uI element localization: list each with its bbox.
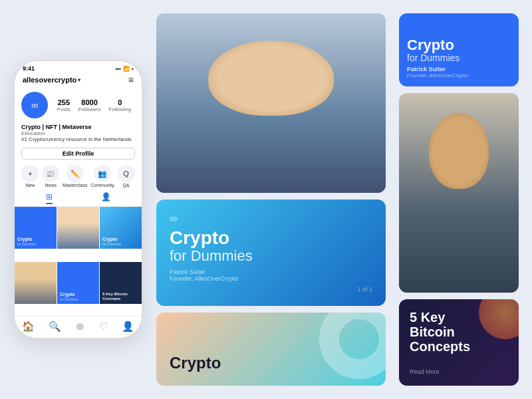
wifi-icon: 📶	[123, 66, 130, 72]
action-qa[interactable]: Q Q&	[118, 165, 135, 188]
grid-cell-crypto-dummies-3[interactable]: Crypto for Dummies	[57, 262, 99, 304]
instagram-phone: 9:41 ▪▪▪ 📶 ▪ allesovercrypto ▾ ≡ ∞ 255	[13, 60, 143, 339]
news-label: News	[45, 183, 57, 188]
bio-name: Crypto | NFT | Metaverse	[21, 124, 135, 130]
qa-icon: Q	[118, 165, 135, 182]
grid-toggle: ⊞ 👤	[15, 190, 142, 207]
crypto-logo-icon: ∞	[170, 213, 372, 225]
nav-profile-icon[interactable]: 👤	[122, 321, 134, 332]
grid-crypto-sub-2: for Dummies	[102, 242, 139, 246]
grid-cell-asian-photo[interactable]	[15, 262, 57, 304]
time-display: 9:41	[23, 65, 35, 72]
profile-header: allesovercrypto ▾ ≡	[15, 73, 142, 88]
nav-heart-icon[interactable]: ♡	[99, 321, 108, 332]
profile-bio: Crypto | NFT | Metaverse Education #1 Cr…	[15, 122, 142, 145]
crypto-author-block: Patrick Suiter Founder, AllesOverCrypto	[170, 269, 372, 282]
photo-grid: Crypto for Dummies Crypto for Dummies Cr…	[15, 207, 142, 316]
bitcoin-card[interactable]: 5 Key Bitcoin Concepts Read More	[399, 299, 519, 386]
blue-crypto-card[interactable]: Crypto for Dummies Patrick Suiter Founde…	[399, 13, 519, 86]
action-icons-row: + New 📰 News ✏️ Masterclass 👥 Community …	[15, 162, 142, 190]
chevron-down-icon: ▾	[78, 77, 80, 83]
new-icon: +	[21, 165, 39, 182]
bio-description: #1 Cryptocurrency resource in the Nether…	[21, 136, 135, 142]
following-count: 0	[118, 98, 122, 106]
bearded-man-card	[156, 13, 386, 193]
list-view-icon[interactable]: 👤	[101, 192, 111, 204]
nav-search-icon[interactable]: 🔍	[49, 321, 61, 332]
middle-column: ∞ Crypto for Dummies Patrick Suiter Foun…	[156, 13, 386, 386]
phone-nav-bar: 🏠 🔍 ⊕ ♡ 👤	[15, 316, 142, 338]
read-more-link[interactable]: Read More	[410, 368, 508, 375]
grid-crypto-title-3: Crypto	[60, 292, 96, 297]
news-icon: 📰	[42, 165, 59, 182]
grid-cell-crypto-dummies-2[interactable]: Crypto for Dummies	[100, 207, 142, 249]
profile-section: ∞ 255 Posts 8000 Followers 0 Following	[15, 88, 142, 122]
blue-author-name: Patrick Suiter	[407, 66, 511, 72]
hamburger-icon[interactable]: ≡	[128, 74, 134, 85]
following-label: Following	[108, 106, 131, 112]
nav-add-icon[interactable]: ⊕	[76, 321, 84, 332]
masterclass-icon: ✏️	[66, 165, 84, 182]
bearded-person-image	[57, 207, 99, 249]
grid-view-icon[interactable]: ⊞	[46, 192, 53, 204]
blue-crypto-subtitle: for Dummies	[407, 53, 511, 63]
username-text: allesovercrypto	[23, 76, 76, 84]
action-masterclass[interactable]: ✏️ Masterclass	[63, 165, 87, 188]
crypto-title: Crypto	[170, 229, 372, 247]
asian-person-image	[15, 262, 57, 304]
crypto-dummies-card[interactable]: ∞ Crypto for Dummies Patrick Suiter Foun…	[156, 200, 386, 306]
crypto-text-block: Crypto for Dummies	[170, 229, 372, 265]
status-icons: ▪▪▪ 📶 ▪	[116, 66, 134, 72]
grid-cell-bitcoin[interactable]: 5 Key Bitcoin Concepts	[100, 262, 142, 304]
blue-author-role: Founder, AllesOverCrypto	[407, 72, 511, 78]
bio-category: Education	[21, 130, 135, 136]
asian-man-photo	[399, 93, 519, 293]
stats-row: 255 Posts 8000 Followers 0 Following	[53, 98, 135, 112]
qa-label: Q&	[122, 183, 129, 188]
new-label: New	[25, 183, 35, 188]
bitcoin-title: 5 Key Bitcoin Concepts	[410, 310, 508, 354]
action-community[interactable]: 👥 Community	[90, 165, 114, 188]
right-column: Crypto for Dummies Patrick Suiter Founde…	[399, 13, 519, 386]
grid-cell-crypto-dummies-1[interactable]: Crypto for Dummies	[15, 207, 57, 249]
followers-count: 8000	[81, 98, 97, 106]
action-news[interactable]: 📰 News	[42, 165, 59, 188]
action-new[interactable]: + New	[21, 165, 39, 188]
grid-bitcoin-title: 5 Key Bitcoin Concepts	[102, 292, 139, 301]
posts-label: Posts	[57, 106, 70, 112]
crypto-bottom-card[interactable]: Crypto	[156, 313, 386, 386]
crypto-author-role: Founder, AllesOverCrypto	[170, 275, 372, 282]
masterclass-label: Masterclass	[63, 183, 87, 188]
signal-icon: ▪▪▪	[116, 66, 122, 72]
grid-crypto-sub-1: for Dummies	[17, 242, 54, 246]
followers-label: Followers	[78, 106, 100, 112]
status-bar: 9:41 ▪▪▪ 📶 ▪	[15, 61, 142, 73]
page-number: 1 of 1	[357, 286, 372, 293]
posts-stat: 255 Posts	[57, 98, 70, 112]
grid-crypto-sub-3: for Dummies	[60, 297, 96, 301]
battery-icon: ▪	[132, 66, 134, 72]
community-label: Community	[90, 183, 114, 188]
avatar: ∞	[21, 92, 48, 118]
grid-crypto-title-2: Crypto	[102, 237, 139, 242]
nav-home-icon[interactable]: 🏠	[22, 321, 35, 332]
avatar-icon: ∞	[31, 100, 38, 110]
bearded-man-photo	[156, 13, 386, 193]
crypto-author-name: Patrick Suiter	[170, 269, 372, 275]
username-container[interactable]: allesovercrypto ▾	[23, 76, 80, 84]
edit-profile-button[interactable]: Edit Profile	[21, 148, 135, 160]
grid-crypto-title-1: Crypto	[17, 237, 54, 242]
posts-count: 255	[58, 98, 70, 106]
following-stat: 0 Following	[108, 98, 131, 112]
phone-mockup: 9:41 ▪▪▪ 📶 ▪ allesovercrypto ▾ ≡ ∞ 255	[13, 60, 143, 339]
followers-stat: 8000 Followers	[78, 98, 100, 112]
grid-cell-bearded-photo[interactable]	[57, 207, 99, 249]
community-icon: 👥	[94, 165, 111, 182]
asian-man-card	[399, 93, 519, 293]
crypto-subtitle: for Dummies	[170, 247, 372, 265]
blue-crypto-title: Crypto	[407, 38, 511, 53]
